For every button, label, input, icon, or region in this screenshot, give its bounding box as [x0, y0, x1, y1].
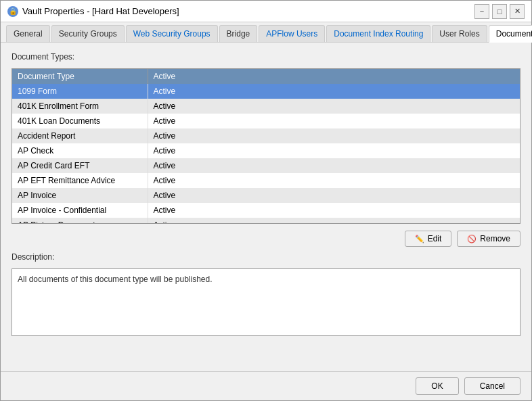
- table-row[interactable]: AP InvoiceActive: [12, 188, 520, 203]
- cell-document-type: AP Credit Card EFT: [12, 158, 148, 173]
- tab-apflow-users[interactable]: APFlow Users: [259, 25, 325, 42]
- cell-active: Active: [148, 99, 520, 114]
- cell-active: Active: [148, 114, 520, 128]
- table-row[interactable]: AP EFT Remittance AdviceActive: [12, 173, 520, 188]
- table-row[interactable]: 401K Enrollment FormActive: [12, 99, 520, 114]
- cell-document-type: AP Check: [12, 143, 148, 158]
- table-row[interactable]: AP Credit Card EFTActive: [12, 158, 520, 173]
- document-types-table: Document Type Active 1099 FormActive401K…: [12, 69, 520, 224]
- cell-document-type: Accident Report: [12, 128, 148, 143]
- maximize-button[interactable]: □: [492, 4, 507, 19]
- window-title: Vault Properties - [Hard Hat Developers]: [22, 6, 179, 16]
- cell-document-type: AP EFT Remittance Advice: [12, 173, 148, 188]
- remove-button[interactable]: 🚫 Remove: [457, 231, 520, 247]
- table-row[interactable]: AP Invoice - ConfidentialActive: [12, 203, 520, 218]
- description-box: All documents of this document type will…: [12, 268, 520, 336]
- tab-document-publishing[interactable]: Document Publishing: [489, 25, 532, 43]
- tab-web-security-groups[interactable]: Web Security Groups: [126, 25, 218, 42]
- action-buttons: ✏️ Edit 🚫 Remove: [12, 231, 520, 247]
- table-row[interactable]: AP Picture DocumentActive: [12, 218, 520, 224]
- cell-active: Active: [148, 188, 520, 203]
- table-row[interactable]: 401K Loan DocumentsActive: [12, 114, 520, 128]
- remove-icon: 🚫: [467, 234, 476, 243]
- cell-active: Active: [148, 158, 520, 173]
- table-row[interactable]: AP CheckActive: [12, 143, 520, 158]
- table-row[interactable]: Accident ReportActive: [12, 128, 520, 143]
- cell-active: Active: [148, 173, 520, 188]
- content-area: Document Types: Document Type Active 109…: [1, 43, 531, 371]
- tab-document-index-routing[interactable]: Document Index Routing: [326, 25, 430, 42]
- edit-icon: ✏️: [415, 234, 424, 243]
- cell-document-type: 401K Loan Documents: [12, 114, 148, 128]
- cancel-button[interactable]: Cancel: [464, 377, 520, 395]
- tab-bridge[interactable]: Bridge: [219, 25, 258, 42]
- cell-active: Active: [148, 143, 520, 158]
- window-controls: − □ ✕: [474, 4, 525, 19]
- cell-active: Active: [148, 218, 520, 224]
- table-row[interactable]: 1099 FormActive: [12, 84, 520, 99]
- main-window: 🔒 Vault Properties - [Hard Hat Developer…: [0, 0, 532, 401]
- tab-general[interactable]: General: [6, 25, 50, 42]
- cell-document-type: AP Invoice - Confidential: [12, 203, 148, 218]
- close-button[interactable]: ✕: [510, 4, 525, 19]
- title-bar-left: 🔒 Vault Properties - [Hard Hat Developer…: [7, 6, 179, 17]
- title-bar: 🔒 Vault Properties - [Hard Hat Developer…: [1, 1, 531, 22]
- cell-active: Active: [148, 84, 520, 99]
- col-document-type: Document Type: [12, 69, 148, 84]
- nav-tabs: General Security Groups Web Security Gro…: [1, 22, 531, 43]
- document-types-table-container[interactable]: Document Type Active 1099 FormActive401K…: [12, 68, 520, 224]
- tab-security-groups[interactable]: Security Groups: [51, 25, 125, 42]
- tab-user-roles[interactable]: User Roles: [432, 25, 487, 42]
- minimize-button[interactable]: −: [474, 4, 489, 19]
- cell-document-type: AP Invoice: [12, 188, 148, 203]
- edit-button[interactable]: ✏️ Edit: [405, 231, 452, 247]
- col-active: Active: [148, 69, 520, 84]
- document-types-label: Document Types:: [12, 52, 520, 62]
- edit-label: Edit: [428, 234, 442, 243]
- cell-document-type: 401K Enrollment Form: [12, 99, 148, 114]
- description-label: Description:: [12, 252, 520, 262]
- footer: OK Cancel: [1, 371, 531, 400]
- cell-active: Active: [148, 128, 520, 143]
- cell-document-type: 1099 Form: [12, 84, 148, 99]
- cell-active: Active: [148, 203, 520, 218]
- window-icon: 🔒: [7, 6, 18, 17]
- remove-label: Remove: [480, 234, 510, 243]
- cell-document-type: AP Picture Document: [12, 218, 148, 224]
- ok-button[interactable]: OK: [416, 377, 458, 395]
